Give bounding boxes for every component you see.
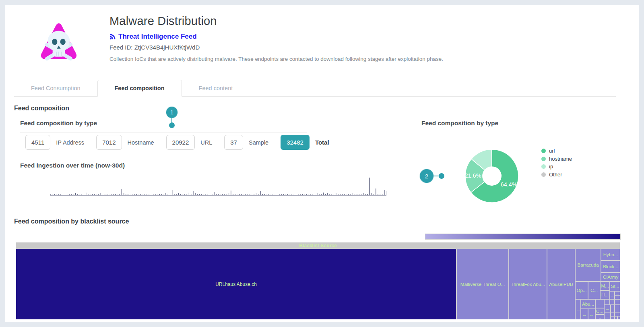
treemap-cell-urlhaus-abuse-ch[interactable]: URLhaus Abuse.ch: [16, 249, 456, 319]
legend-dot: [541, 172, 546, 177]
tour-beacon-2[interactable]: 2: [420, 169, 433, 183]
treemap-cell-hybri[interactable]: Hybri...: [601, 249, 620, 260]
donut-value-label: 64.4%: [501, 181, 517, 188]
divider: [20, 132, 307, 133]
treemap-cell-[interactable]: ..: [610, 292, 614, 299]
blacklist-treemap-chart[interactable]: Blacklist Source URLhaus Abuse.chMaltive…: [16, 242, 620, 319]
tab-feed-composition[interactable]: Feed composition: [97, 80, 182, 97]
treemap-cell-[interactable]: ...: [615, 292, 620, 295]
treemap-cell[interactable]: [615, 317, 617, 319]
treemap-cell-[interactable]: ...: [615, 300, 620, 304]
feed-description: Collection IoCs that are actively distri…: [109, 56, 512, 62]
legend-item-hostname[interactable]: hostname: [541, 155, 572, 163]
tour-beacon-2-connector: [433, 176, 439, 176]
legend-dot: [541, 157, 546, 161]
treemap-cell-maltiverse-threat-o[interactable]: Maltiverse Threat O...: [457, 249, 508, 319]
threat-intelligence-feed-link[interactable]: Threat Intelligence Feed: [109, 33, 197, 41]
legend-dot: [541, 149, 546, 153]
treemap-cell-[interactable]: ...: [581, 309, 588, 319]
treemap-body: URLhaus Abuse.chMaltiverse Threat O...Th…: [16, 249, 620, 319]
stat-value-ip: 4511: [25, 135, 50, 150]
treemap-cell-[interactable]: ...: [596, 300, 604, 308]
legend-label: url: [549, 148, 555, 154]
tab-bar: Feed Consumption Feed composition Feed c…: [14, 79, 616, 97]
treemap-cell[interactable]: [611, 313, 614, 316]
treemap-cell-[interactable]: ...: [576, 300, 580, 319]
tab-feed-consumption[interactable]: Feed Consumption: [14, 80, 97, 96]
treemap-cell-[interactable]: ...: [605, 313, 610, 319]
treemap-cell-c[interactable]: C...: [588, 282, 600, 299]
donut-title: Feed composition by type: [421, 120, 498, 127]
stat-label-sample: Sample: [249, 139, 268, 146]
donut-legend: urlhostnameipOther: [541, 147, 572, 178]
treemap-cell-[interactable]: ...: [588, 309, 595, 319]
rss-icon: [109, 34, 116, 40]
blacklist-title: Feed composition by blacklist source: [14, 218, 129, 225]
treemap-cell[interactable]: [615, 296, 620, 299]
treemap-cell-threatfox-abu[interactable]: ThreatFox Abu...: [509, 249, 547, 319]
treemap-cell[interactable]: [615, 305, 620, 312]
legend-item-url[interactable]: url: [541, 147, 572, 155]
stat-label-ip: IP Address: [56, 139, 84, 146]
feed-link-label: Threat Intelligence Feed: [118, 33, 197, 41]
treemap-cell[interactable]: [618, 317, 620, 319]
composition-donut-chart[interactable]: 64.4%21.6%: [462, 146, 522, 206]
legend-item-Other[interactable]: Other: [541, 171, 572, 179]
treemap-cell-st[interactable]: St...: [610, 282, 620, 291]
treemap-cell-c[interactable]: C...: [596, 308, 604, 314]
ingestion-sparkline-chart: [50, 176, 386, 197]
donut-value-label: 21.6%: [464, 172, 481, 179]
treemap-cell-block[interactable]: Block...: [601, 261, 620, 272]
legend-label: ip: [549, 164, 553, 170]
treemap-cell-ciarmy[interactable]: CIArmy: [601, 273, 620, 281]
treemap-cell-barracuda[interactable]: Barracuda: [576, 249, 601, 281]
treemap-cell-[interactable]: ...: [605, 305, 610, 312]
composition-by-type-title: Feed composition by type: [20, 120, 97, 127]
ingestion-title: Feed ingestion over time (now-30d): [20, 162, 125, 169]
stat-total-label: Total: [315, 139, 329, 146]
treemap-cell-[interactable]: ..: [596, 315, 604, 319]
tour-beacon-1[interactable]: 1: [166, 107, 178, 118]
treemap-cell-abuseipdb[interactable]: AbuseIPDB: [547, 249, 575, 319]
legend-dot: [541, 164, 546, 169]
stat-total-badge: 32482: [281, 135, 310, 150]
feed-detail-card: Malware Distribution Threat Intelligence…: [5, 5, 639, 322]
treemap-cell[interactable]: [611, 305, 614, 312]
tour-beacon-1-label: 1: [170, 109, 173, 116]
legend-label: Other: [549, 172, 562, 178]
tour-beacon-1-dot[interactable]: [169, 122, 175, 128]
stat-value-hostname: 7012: [96, 135, 122, 150]
treemap-cell-h[interactable]: H...: [601, 291, 609, 299]
composition-stats-row: 4511 IP Address 7012 Hostname 20922 URL …: [25, 135, 329, 150]
tour-beacon-2-label: 2: [425, 173, 428, 180]
treemap-header: Blacklist Source: [16, 242, 620, 249]
treemap-cell-m[interactable]: M...: [601, 282, 609, 290]
stat-label-hostname: Hostname: [128, 139, 154, 146]
treemap-color-scale: [425, 234, 621, 240]
treemap-cell[interactable]: [615, 313, 620, 316]
page-title: Malware Distribution: [109, 14, 217, 28]
feed-id: Feed ID: ZtjCV34B4jHUXfKtjWdD: [109, 44, 200, 51]
treemap-cell-[interactable]: ..: [610, 300, 614, 304]
tab-feed-content[interactable]: Feed content: [182, 80, 250, 96]
tour-beacon-2-dot[interactable]: [439, 173, 444, 179]
legend-item-ip[interactable]: ip: [541, 163, 572, 171]
malware-skull-icon: [38, 21, 79, 64]
stat-label-url: URL: [200, 139, 212, 146]
legend-label: hostname: [549, 156, 572, 162]
treemap-cell-[interactable]: ...: [605, 300, 609, 304]
treemap-cell-abu[interactable]: Abu...: [581, 300, 595, 308]
treemap-cell[interactable]: [611, 317, 614, 319]
stat-value-sample: 37: [224, 135, 243, 150]
stat-value-url: 20922: [166, 135, 195, 150]
treemap-cell-op[interactable]: Op...: [576, 282, 588, 299]
section-title: Feed composition: [14, 105, 69, 112]
